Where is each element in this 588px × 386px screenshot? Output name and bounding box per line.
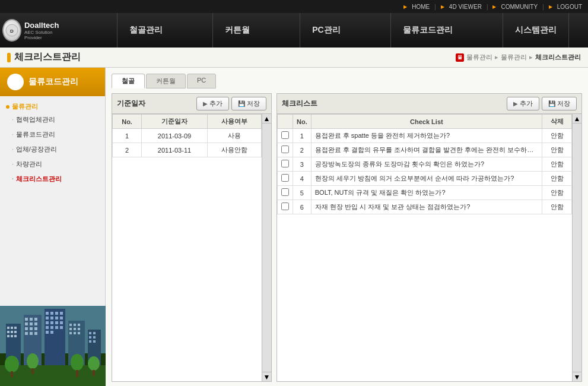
logout-link[interactable]: LOGOUT bbox=[557, 4, 582, 10]
svg-rect-71 bbox=[93, 370, 95, 376]
svg-rect-58 bbox=[93, 332, 96, 334]
svg-rect-30 bbox=[55, 312, 58, 315]
del3[interactable]: 안함 bbox=[542, 157, 572, 172]
svg-rect-9 bbox=[11, 331, 13, 333]
del5[interactable]: 안함 bbox=[542, 186, 572, 200]
sidebar-header-title: 물류코드관리 bbox=[28, 77, 78, 87]
sidebar-item-partners[interactable]: ∙ 협력업체관리 bbox=[0, 112, 105, 127]
nav-curtainwall[interactable]: 커튼월 bbox=[212, 13, 262, 48]
svg-rect-40 bbox=[46, 326, 49, 329]
tab-curtainwall[interactable]: 커튼월 bbox=[146, 74, 186, 88]
svg-rect-15 bbox=[25, 318, 28, 321]
checklist-table: No. Check List 삭제 1 용접완료 후 spatte 등을 완전히… bbox=[277, 114, 572, 214]
scroll-up-button[interactable]: ▲ bbox=[573, 114, 581, 124]
tab-pc[interactable]: PC bbox=[187, 74, 216, 88]
row2-status: 사용안함 bbox=[207, 143, 261, 157]
table-row[interactable]: 1 2011-03-09 사용 bbox=[113, 129, 262, 143]
logo: D Doalltech AEC Solution Provider bbox=[6, 16, 59, 45]
svg-rect-29 bbox=[50, 312, 53, 315]
text4: 현장의 세우기 방침에 의거 소요부분에서 순서에 따라 가공하였는가? bbox=[311, 172, 542, 186]
svg-rect-37 bbox=[50, 321, 53, 324]
table-row[interactable]: 3 공장방녹도장의 종류와 도장마감 횟수의 확인은 하였는가? 안함 bbox=[278, 157, 572, 172]
svg-rect-32 bbox=[46, 317, 49, 319]
group-dot bbox=[6, 105, 9, 109]
community-link[interactable]: COMMUNITY bbox=[501, 4, 538, 10]
right-panel-header: 체크리스트 ▶ 추가 💾 저장 bbox=[277, 94, 581, 114]
bullet-icon: ∙ bbox=[12, 131, 14, 138]
bc-sep2: ▸ bbox=[529, 53, 533, 61]
sidebar-menu-group: 물류관리 ∙ 협력업체관리 ∙ 물류코드관리 ∙ 업체/공장관리 ∙ 차량관리 … bbox=[0, 96, 105, 189]
bullet-icon: ∙ bbox=[12, 176, 14, 182]
sidebar-item-company-factory[interactable]: ∙ 업체/공장관리 bbox=[0, 142, 105, 157]
sidebar-item-vehicle[interactable]: ∙ 차량관리 bbox=[0, 157, 105, 172]
del1[interactable]: 안함 bbox=[542, 129, 572, 143]
tab-cheolgol[interactable]: 철골 bbox=[112, 74, 145, 88]
svg-rect-69 bbox=[76, 370, 78, 377]
del6[interactable]: 안함 bbox=[542, 200, 572, 214]
chk2[interactable] bbox=[278, 143, 293, 157]
col-checkbox bbox=[278, 115, 293, 129]
sidebar-item-checklist[interactable]: ∙ 체크리스트관리 bbox=[0, 172, 105, 186]
sidebar-building-image bbox=[0, 306, 106, 386]
left-panel: 기준일자 ▶ 추가 💾 저장 ▲ bbox=[112, 93, 272, 382]
table-row[interactable]: 1 용접완료 후 spatte 등을 완전히 제거하였는가? 안함 bbox=[278, 129, 572, 143]
add-icon: ▶ bbox=[513, 100, 518, 107]
scroll-up-button[interactable]: ▲ bbox=[262, 114, 271, 124]
table-row[interactable]: 6 자재 현장 반입 시 자재 및 보관 상태는 점검하였는가? 안함 bbox=[278, 200, 572, 214]
home-link[interactable]: HOME bbox=[412, 4, 430, 10]
del2[interactable]: 안함 bbox=[542, 143, 572, 157]
checkbox-3[interactable] bbox=[281, 160, 289, 167]
checkbox-6[interactable] bbox=[281, 203, 289, 210]
sidebar-item-label: 차량관리 bbox=[16, 160, 42, 169]
table-row[interactable]: 2 용접완료 후 결합의 유무를 조사하며 결합을 발견한 후에는 완전히 보수… bbox=[278, 143, 572, 157]
svg-rect-67 bbox=[31, 368, 34, 374]
nav-system[interactable]: 시스템관리 bbox=[503, 13, 569, 48]
breadcrumb-icon: 물 bbox=[456, 53, 464, 62]
col-no: No. bbox=[293, 115, 312, 129]
right-panel-actions: ▶ 추가 💾 저장 bbox=[507, 97, 577, 110]
chk3[interactable] bbox=[278, 157, 293, 172]
logo-icon: D bbox=[2, 19, 21, 42]
chk1[interactable] bbox=[278, 129, 293, 143]
4dviewer-link[interactable]: 4D VIEWER bbox=[449, 4, 482, 10]
svg-rect-36 bbox=[46, 321, 49, 324]
save-icon: 💾 bbox=[238, 100, 245, 107]
table-row[interactable]: 5 BOLT, NUT의 규격 및 재질은 확인 하였는가? 안함 bbox=[278, 186, 572, 200]
svg-rect-12 bbox=[11, 335, 13, 337]
text1: 용접완료 후 spatte 등을 완전히 제거하였는가? bbox=[311, 129, 542, 143]
svg-rect-6 bbox=[11, 327, 13, 329]
checkbox-2[interactable] bbox=[281, 145, 289, 153]
svg-rect-28 bbox=[46, 312, 49, 315]
del4[interactable]: 안함 bbox=[542, 172, 572, 186]
checkbox-1[interactable] bbox=[281, 131, 289, 139]
scroll-down-button[interactable]: ▼ bbox=[262, 372, 271, 381]
chk4[interactable] bbox=[278, 172, 293, 186]
right-add-button[interactable]: ▶ 추가 bbox=[507, 97, 539, 110]
chk6[interactable] bbox=[278, 200, 293, 214]
left-save-button[interactable]: 💾 저장 bbox=[231, 97, 266, 110]
svg-rect-34 bbox=[55, 317, 58, 319]
chk5[interactable] bbox=[278, 186, 293, 200]
svg-rect-42 bbox=[55, 326, 58, 329]
text3: 공장방녹도장의 종류와 도장마감 횟수의 확인은 하였는가? bbox=[311, 157, 542, 172]
nav-logistics[interactable]: 물류코드관리 bbox=[390, 13, 465, 48]
right-save-button[interactable]: 💾 저장 bbox=[542, 97, 577, 110]
sidebar-item-logistics-code[interactable]: ∙ 물류코드관리 bbox=[0, 127, 105, 142]
col-no: No. bbox=[113, 115, 142, 129]
table-row[interactable]: 4 현장의 세우기 방침에 의거 소요부분에서 순서에 따라 가공하였는가? 안… bbox=[278, 172, 572, 186]
nav-cheolgol[interactable]: 철골관리 bbox=[117, 13, 174, 48]
breadcrumb-path1: 물류관리 bbox=[466, 53, 492, 62]
checklist-header-row: No. Check List 삭제 bbox=[278, 115, 572, 129]
table-row[interactable]: 2 2011-03-11 사용안함 bbox=[113, 143, 262, 157]
left-table-body: 1 2011-03-09 사용 2 2011-03-11 사용안함 bbox=[113, 129, 262, 157]
left-table: No. 기준일자 사용여부 1 2011-03-09 사용 bbox=[112, 114, 262, 157]
no4: 4 bbox=[293, 172, 312, 186]
checkbox-4[interactable] bbox=[281, 174, 289, 182]
sidebar-item-label: 협력업체관리 bbox=[16, 115, 55, 124]
scroll-down-button[interactable]: ▼ bbox=[573, 372, 581, 381]
no3: 3 bbox=[293, 157, 312, 172]
left-add-button[interactable]: ▶ 추가 bbox=[196, 97, 229, 110]
checkbox-5[interactable] bbox=[281, 188, 289, 196]
nav-pc[interactable]: PC관리 bbox=[300, 13, 352, 48]
logo-text: Doalltech bbox=[24, 21, 63, 30]
